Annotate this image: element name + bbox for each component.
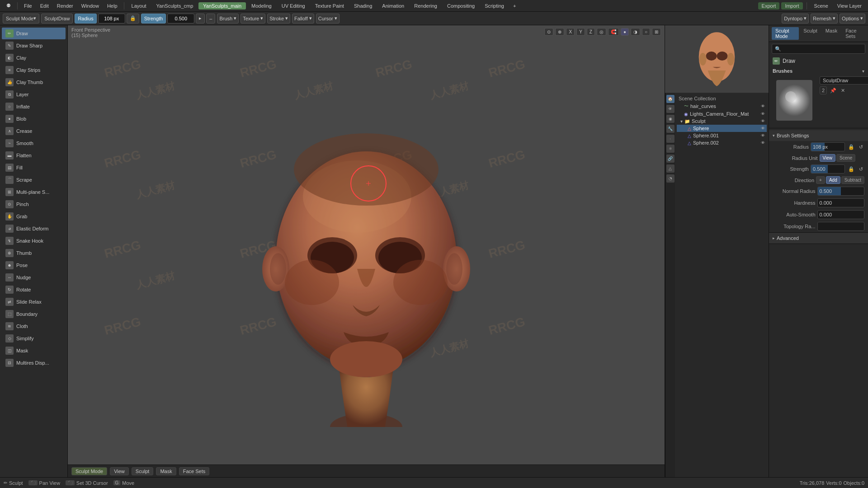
tab-texture-paint[interactable]: Texture Paint bbox=[311, 2, 349, 9]
radius-bar[interactable]: 108 px bbox=[811, 142, 845, 151]
brush-settings-header[interactable]: ▾ Brush Settings bbox=[769, 130, 868, 141]
outliner-sculpt-folder[interactable]: ▾ 📁 Sculpt 👁 bbox=[677, 117, 767, 125]
props-search-input[interactable] bbox=[772, 44, 865, 54]
face-sets-btn[interactable]: Face Sets bbox=[179, 467, 210, 475]
outliner-lights[interactable]: ◉ Lights_Camera_Floor_Mat 👁 bbox=[677, 110, 767, 117]
direction-add-btn[interactable]: Add bbox=[826, 176, 840, 184]
hair-curves-eye[interactable]: 👁 bbox=[761, 104, 765, 108]
tab-face-sets[interactable]: Face Sets bbox=[842, 27, 865, 40]
mask-btn[interactable]: Mask bbox=[156, 467, 176, 475]
tool-layer[interactable]: ⧉ Layer bbox=[2, 89, 66, 100]
strength-subtract-btn[interactable]: – bbox=[206, 14, 215, 23]
axes-z[interactable]: Z bbox=[587, 28, 595, 36]
radius-unit-scene-btn[interactable]: Scene bbox=[836, 154, 855, 162]
auto-smooth-bar[interactable]: 0.000 bbox=[817, 210, 865, 219]
viewport[interactable]: RRCG RRCG RRCG RRCG RRCG RRCG RRCG RRCG … bbox=[68, 25, 665, 477]
dyntopo-btn[interactable]: Dyntopo ▾ bbox=[782, 14, 809, 23]
tab-yansculpts-cmp[interactable]: YanSculpts_cmp bbox=[152, 2, 198, 9]
props-material-icon[interactable]: ◔ bbox=[666, 174, 675, 183]
props-constraints-icon[interactable]: 🔗 bbox=[666, 155, 675, 163]
brush-name-field[interactable] bbox=[820, 76, 868, 84]
proportional-btn[interactable]: ◎ bbox=[597, 28, 606, 36]
shading-solid-btn[interactable]: ● bbox=[621, 28, 629, 36]
brush-name-item[interactable]: SculptDraw bbox=[41, 14, 73, 23]
tool-slide-relax[interactable]: ⇌ Slide Relax bbox=[2, 296, 66, 308]
tool-smooth[interactable]: ~ Smooth bbox=[2, 137, 66, 149]
props-modifier-icon[interactable]: 🔧 bbox=[666, 125, 675, 133]
menu-edit[interactable]: Edit bbox=[37, 2, 52, 9]
brush-dropdown[interactable]: Brush ▾ bbox=[217, 14, 239, 23]
brush-item[interactable]: Brush ▾ bbox=[217, 14, 239, 23]
gizmo-menu-btn[interactable]: ⊕ bbox=[555, 28, 564, 36]
radius-reset-icon[interactable]: ↺ bbox=[858, 144, 864, 150]
radius-unit-view-btn[interactable]: View bbox=[820, 154, 836, 162]
props-particles-icon[interactable]: · bbox=[666, 135, 675, 143]
tool-clay-strips[interactable]: ≡ Clay Strips bbox=[2, 64, 66, 76]
strength-bar[interactable]: 0.500 bbox=[811, 164, 845, 174]
props-physics-icon[interactable]: ⚛ bbox=[666, 145, 675, 153]
outliner-hair-curves[interactable]: 〜 hair_curves 👁 bbox=[677, 102, 767, 110]
advanced-header[interactable]: ▸ Advanced bbox=[769, 233, 868, 244]
tool-blob[interactable]: ● Blob bbox=[2, 113, 66, 125]
radius-btn[interactable]: Radius bbox=[75, 14, 96, 23]
outliner-sphere-002[interactable]: △ Sphere.002 👁 bbox=[677, 139, 767, 146]
tab-compositing[interactable]: Compositing bbox=[443, 2, 479, 9]
tool-multires-disp[interactable]: ⊟ Multires Disp... bbox=[2, 357, 66, 369]
export-btn[interactable]: Export bbox=[758, 2, 780, 9]
shading-wire-btn[interactable]: ⊞ bbox=[652, 28, 661, 36]
tool-crease[interactable]: ∧ Crease bbox=[2, 125, 66, 137]
tool-inflate[interactable]: ○ Inflate bbox=[2, 101, 66, 113]
tool-pose[interactable]: ☻ Pose bbox=[2, 259, 66, 271]
axes-x[interactable]: X bbox=[566, 28, 575, 36]
props-view-icon[interactable]: 👁 bbox=[666, 105, 675, 113]
tool-multiplane[interactable]: ⊞ Multi-plane S... bbox=[2, 186, 66, 198]
outliner-sphere-001[interactable]: △ Sphere.001 👁 bbox=[677, 132, 767, 139]
strength-reset-icon[interactable]: ↺ bbox=[858, 166, 864, 173]
brushes-expand-icon[interactable]: ▾ bbox=[862, 69, 864, 74]
radius-lock-icon[interactable]: 🔒 bbox=[847, 144, 856, 150]
tab-sculpt-mode[interactable]: Sculpt Mode bbox=[772, 27, 799, 40]
strength-lock-icon[interactable]: 🔒 bbox=[847, 166, 856, 173]
outliner-sphere[interactable]: △ Sphere 👁 bbox=[677, 125, 767, 132]
sculpt-mode-selector[interactable]: Sculpt Mode bbox=[71, 467, 107, 475]
falloff-item[interactable]: Falloff ▾ bbox=[292, 14, 314, 23]
props-scene-icon[interactable]: 🏠 bbox=[666, 95, 675, 103]
menu-file[interactable]: File bbox=[20, 2, 36, 9]
sculpt-btn[interactable]: Sculpt bbox=[132, 467, 154, 475]
topology-rake-bar[interactable] bbox=[817, 222, 865, 231]
cursor-item[interactable]: Cursor ▾ bbox=[316, 14, 340, 23]
axes-y[interactable]: Y bbox=[576, 28, 585, 36]
tool-scrape[interactable]: ⌒ Scrape bbox=[2, 174, 66, 186]
tool-nudge[interactable]: ↔ Nudge bbox=[2, 272, 66, 283]
strength-lock-btn[interactable]: ▸ bbox=[196, 14, 205, 23]
direction-subtract-btn[interactable]: Subtract bbox=[841, 176, 864, 184]
tool-clay-thumb[interactable]: 👍 Clay Thumb bbox=[2, 76, 66, 88]
hardness-bar[interactable]: 0.000 bbox=[817, 198, 865, 207]
toggle-overlay-btn[interactable]: ⊙ bbox=[544, 28, 553, 36]
tool-grab[interactable]: ✋ Grab bbox=[2, 211, 66, 222]
strength-input[interactable] bbox=[167, 14, 194, 23]
texture-item[interactable]: Texture ▾ bbox=[241, 14, 265, 23]
sculpt-folder-eye[interactable]: 👁 bbox=[761, 119, 765, 123]
tab-rendering[interactable]: Rendering bbox=[410, 2, 442, 9]
scene-selector[interactable]: Scene bbox=[811, 2, 832, 9]
brush-delete-btn[interactable]: ✕ bbox=[840, 87, 846, 94]
tool-boundary[interactable]: ⬚ Boundary bbox=[2, 308, 66, 320]
tool-pinch[interactable]: ⊙ Pinch bbox=[2, 198, 66, 210]
brush-pin-btn[interactable]: 📌 bbox=[829, 87, 838, 94]
add-workspace-btn[interactable]: + bbox=[509, 2, 519, 9]
tool-simplify[interactable]: ◇ Simplify bbox=[2, 333, 66, 344]
radius-input[interactable] bbox=[98, 14, 125, 23]
brush-thumbnail[interactable] bbox=[776, 80, 812, 121]
props-object-icon[interactable]: ◉ bbox=[666, 115, 675, 123]
tab-layout[interactable]: Layout bbox=[127, 2, 151, 9]
sculpt-mode-btn[interactable]: Sculpt Mode ▾ bbox=[3, 14, 39, 23]
snap-btn[interactable]: 🧲 bbox=[608, 28, 619, 36]
tool-fill[interactable]: ▤ Fill bbox=[2, 162, 66, 174]
menu-help[interactable]: Help bbox=[104, 2, 121, 9]
remesh-btn[interactable]: Remesh ▾ bbox=[811, 14, 838, 23]
tab-shading[interactable]: Shading bbox=[349, 2, 377, 9]
brush-name-btn[interactable]: SculptDraw bbox=[41, 14, 73, 23]
stroke-item[interactable]: Stroke ▾ bbox=[267, 14, 290, 23]
tab-mask[interactable]: Mask bbox=[822, 27, 841, 40]
